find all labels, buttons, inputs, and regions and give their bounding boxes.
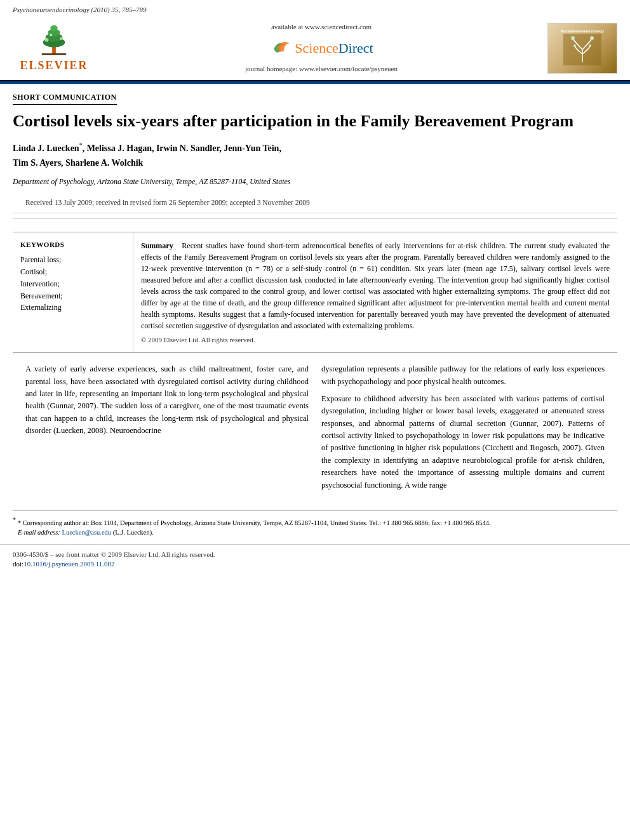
svg-point-13 xyxy=(589,44,591,47)
svg-rect-0 xyxy=(52,46,56,54)
body-para-left-1: A variety of early adverse experiences, … xyxy=(25,363,309,437)
title-text: Cortisol levels six-years after particip… xyxy=(13,111,617,132)
elsevier-wordmark: ELSEVIER xyxy=(20,58,88,74)
issn-line: 0306-4530/$ – see front matter © 2009 El… xyxy=(13,550,617,559)
abstract-box: Summary Recent studies have found short-… xyxy=(133,232,617,352)
elsevier-tree-icon xyxy=(29,23,79,57)
svg-point-6 xyxy=(45,38,49,42)
keywords-abstract-box: KEYWORDS Parental loss; Cortisol; Interv… xyxy=(13,232,617,353)
author-list: Linda J. Luecken*, Melissa J. Hagan, Irw… xyxy=(13,143,281,167)
body-para-right-1: dysregulation represents a plausible pat… xyxy=(321,363,605,388)
ref-gunnar-2007: Gunnar, 2007 xyxy=(50,401,93,410)
svg-point-7 xyxy=(60,37,63,40)
svg-point-11 xyxy=(590,36,594,40)
abstract-text: Summary Recent studies have found short-… xyxy=(141,240,610,331)
body-para-right-2: Exposure to childhood adversity has been… xyxy=(321,393,605,491)
bottom-info: 0306-4530/$ – see front matter © 2009 El… xyxy=(0,544,630,573)
body-column-left: A variety of early adverse experiences, … xyxy=(25,363,309,497)
keyword-item-2: Cortisol; xyxy=(20,267,125,277)
svg-point-10 xyxy=(571,36,575,40)
divider xyxy=(13,218,617,219)
body-column-right: dysregulation represents a plausible pat… xyxy=(321,363,605,497)
journal-cover-text: Psychoneuroendocrinology xyxy=(558,26,607,70)
sciencedirect-logo: ScienceDirect xyxy=(95,37,547,60)
svg-point-5 xyxy=(50,25,58,32)
available-at-text: available at www.sciencedirect.com xyxy=(95,22,547,32)
keywords-title: KEYWORDS xyxy=(20,240,125,250)
header-logos: ELSEVIER available at www.sciencedirect.… xyxy=(13,18,617,77)
svg-point-12 xyxy=(573,44,576,47)
journal-reference: Psychoneuroendocrinology (2010) 35, 785–… xyxy=(13,5,617,15)
email-address: Luecken@asu.edu xyxy=(62,529,111,536)
email-label: E-mail address: xyxy=(18,529,60,536)
journal-cover-image: Psychoneuroendocrinology xyxy=(547,23,617,74)
main-content: KEYWORDS Parental loss; Cortisol; Interv… xyxy=(0,224,630,504)
keyword-item-3: Intervention; xyxy=(20,279,125,290)
article-title: Cortisol levels six-years after particip… xyxy=(0,105,630,137)
article-type-label: SHORT COMMUNICATION xyxy=(13,92,117,105)
keyword-item-5: Externalizing xyxy=(20,302,125,313)
elsevier-logo: ELSEVIER xyxy=(13,23,95,74)
svg-point-8 xyxy=(50,34,52,36)
footnote-area: * * Corresponding author at: Box 1104, D… xyxy=(13,510,617,538)
copyright-line: © 2009 Elsevier Ltd. All rights reserved… xyxy=(141,335,610,345)
header: Psychoneuroendocrinology (2010) 35, 785–… xyxy=(0,0,630,81)
doi-line: doi:10.1016/j.psyneuen.2009.11.002 xyxy=(13,559,617,569)
abstract-body: Recent studies have found short-term adr… xyxy=(141,241,610,330)
ref-gunnar-2007b: Gunnar, 2007 xyxy=(513,419,559,428)
email-suffix: (L.J. Luecken). xyxy=(113,529,154,536)
ref-cicchetti-2007: Cicchetti and Rogosch, 2007 xyxy=(485,443,579,452)
footnote-text: * Corresponding author at: Box 1104, Dep… xyxy=(18,519,491,526)
authors: Linda J. Luecken*, Melissa J. Hagan, Irw… xyxy=(0,137,630,173)
footnote-corresponding: * * Corresponding author at: Box 1104, D… xyxy=(13,515,617,528)
page-wrapper: Psychoneuroendocrinology (2010) 35, 785–… xyxy=(0,0,630,573)
ref-luecken-2008: Luecken, 2008 xyxy=(56,426,103,435)
summary-label: Summary xyxy=(141,241,173,250)
footnote-email: E-mail address: Luecken@asu.edu (L.J. Lu… xyxy=(13,528,617,538)
doi-value: 10.1016/j.psyneuen.2009.11.002 xyxy=(23,560,115,568)
doi-label: doi: xyxy=(13,560,23,568)
journal-homepage: journal homepage: www.elsevier.com/locat… xyxy=(95,64,547,74)
svg-rect-1 xyxy=(42,53,66,55)
keywords-box: KEYWORDS Parental loss; Cortisol; Interv… xyxy=(13,232,133,352)
footnote-star: * xyxy=(13,516,16,523)
affiliation: Department of Psychology, Arizona State … xyxy=(0,174,630,190)
body-columns: A variety of early adverse experiences, … xyxy=(13,363,617,497)
article-type: SHORT COMMUNICATION xyxy=(0,84,630,105)
received-dates: Received 13 July 2009; received in revis… xyxy=(13,192,617,213)
sciencedirect-icon xyxy=(269,37,292,60)
cover-art-icon xyxy=(563,34,601,65)
keyword-item-4: Bereavement; xyxy=(20,291,125,302)
corresponding-author-star: * xyxy=(79,142,83,149)
sciencedirect-text: ScienceDirect xyxy=(295,39,373,58)
keyword-item-1: Parental loss; xyxy=(20,255,125,265)
center-info: available at www.sciencedirect.com Scien… xyxy=(95,22,547,74)
